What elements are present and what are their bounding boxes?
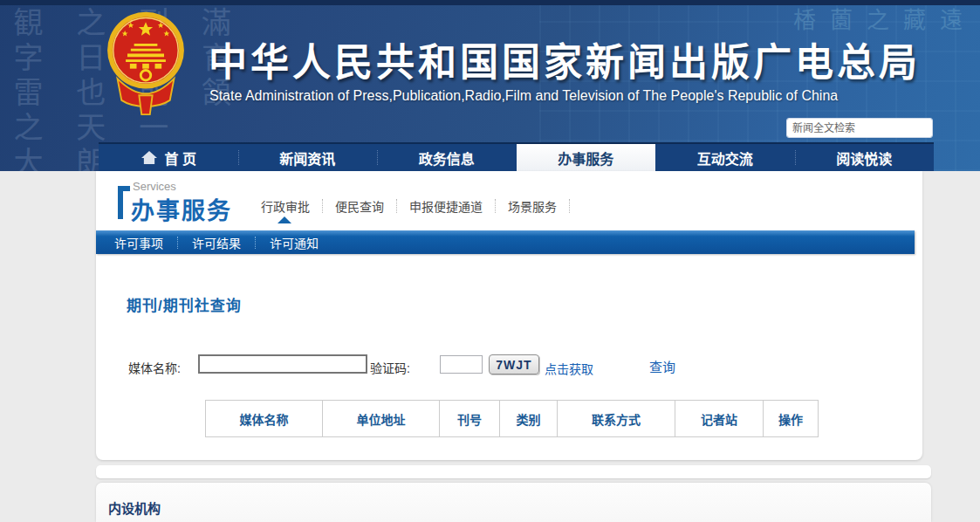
nav-item-news[interactable]: 新闻资讯 xyxy=(238,144,378,171)
column-header-issue-number: 刊号 xyxy=(439,400,500,437)
column-header-media-name: 媒体名称 xyxy=(205,400,323,437)
main-navigation: 首 页 新闻资讯 政务信息 办事服务 互动交流 阅读悦读 xyxy=(99,142,934,171)
internal-departments-panel: 内设机构 xyxy=(96,483,931,522)
collapsed-panel-strip xyxy=(96,465,931,478)
nav-item-label: 办事服务 xyxy=(558,148,613,168)
search-input[interactable] xyxy=(787,119,933,137)
active-submenu-indicator-triangle xyxy=(278,216,291,223)
news-search-bar xyxy=(786,118,933,138)
home-icon xyxy=(140,150,158,165)
nav-item-reading[interactable]: 阅读悦读 xyxy=(795,144,935,171)
boxed-characters-decoration: 楿薗之藏遠 xyxy=(793,2,977,34)
nav-item-label: 互动交流 xyxy=(697,148,753,168)
nav-item-label: 首 页 xyxy=(165,148,196,168)
nav-item-services-active[interactable]: 办事服务 xyxy=(517,144,656,171)
nav-item-interaction[interactable]: 互动交流 xyxy=(655,144,795,171)
page-title: 期刊/期刊社查询 xyxy=(127,293,242,315)
column-header-category: 类别 xyxy=(499,400,558,437)
dotted-separator xyxy=(569,199,570,213)
media-name-input[interactable] xyxy=(198,354,367,374)
subnav-item-license-results[interactable]: 许可结果 xyxy=(178,234,255,251)
nav-item-label: 新闻资讯 xyxy=(279,148,335,168)
header-top-strip xyxy=(0,0,980,5)
submenu-item-scenario-services[interactable]: 场景服务 xyxy=(496,197,569,215)
subnav-item-license-notices[interactable]: 许可通知 xyxy=(256,234,332,251)
license-subnav-bar: 许可事项 许可结果 许可通知 xyxy=(96,230,915,254)
internal-departments-title: 内设机构 xyxy=(108,498,161,517)
calligraphy-column: 観字雷之大 xyxy=(5,7,45,171)
column-header-contact: 联系方式 xyxy=(557,400,675,437)
services-submenu: 行政审批 便民查询 申报便捷通道 场景服务 xyxy=(249,197,570,215)
media-name-label: 媒体名称: xyxy=(128,359,181,376)
captcha-input[interactable] xyxy=(440,355,483,374)
site-subtitle-english: State Administration of Press,Publicatio… xyxy=(209,88,838,104)
bracket-decoration xyxy=(118,186,130,219)
nav-item-gov-info[interactable]: 政务信息 xyxy=(377,144,517,171)
column-header-actions: 操作 xyxy=(763,400,819,437)
nav-item-label: 阅读悦读 xyxy=(836,148,892,168)
nav-item-label: 政务信息 xyxy=(419,148,475,168)
query-submit-link[interactable]: 查询 xyxy=(649,357,675,375)
captcha-refresh-link[interactable]: 点击获取 xyxy=(545,360,593,377)
submenu-item-declaration-channel[interactable]: 申报便捷通道 xyxy=(397,197,495,215)
services-eyebrow: Services xyxy=(133,180,176,193)
national-emblem-logo xyxy=(103,7,188,117)
subnav-item-license-matters[interactable]: 许可事项 xyxy=(96,234,177,251)
nav-item-home[interactable]: 首 页 xyxy=(99,144,238,171)
captcha-code-button[interactable]: 7WJT xyxy=(489,354,539,374)
submenu-item-convenience-query[interactable]: 便民查询 xyxy=(323,197,396,215)
services-section-title: 办事服务 xyxy=(131,192,232,226)
column-header-unit-address: 单位地址 xyxy=(322,400,440,437)
content-panel: Services 办事服务 行政审批 便民查询 申报便捷通道 场景服务 许可事项… xyxy=(96,171,922,460)
captcha-label: 验证码: xyxy=(370,359,410,376)
page: 観字雷之大 之日也天朗氣 列一能一詠 滿育頷 楿薗之藏遠 xyxy=(0,0,980,522)
site-title: 中华人民共和国国家新闻出版广电总局 xyxy=(209,31,921,87)
submenu-item-administrative-approval[interactable]: 行政审批 xyxy=(249,197,322,215)
column-header-reporter-station: 记者站 xyxy=(675,400,764,437)
results-table-header: 媒体名称 单位地址 刊号 类别 联系方式 记者站 操作 xyxy=(205,400,819,437)
